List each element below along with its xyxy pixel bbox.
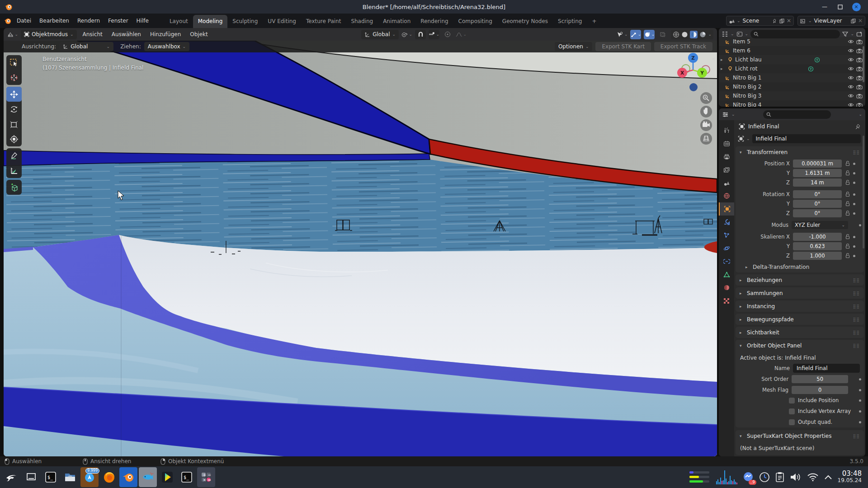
add-workspace-button[interactable]: + [587,15,601,28]
shading-rendered-icon[interactable] [699,31,706,38]
animate-dot[interactable] [853,212,855,215]
outliner-scrollbar[interactable] [863,46,864,82]
drag-dropdown[interactable]: Auswahlbox ⌄ [144,42,189,51]
snap-toggle[interactable] [415,30,426,39]
camera-visibility-icon[interactable] [856,84,863,89]
hide-eye-icon[interactable] [848,103,854,107]
shading-wireframe-icon[interactable] [673,31,679,38]
object-name-field[interactable]: Infield Final [752,134,861,143]
menu-hinzufuegen[interactable]: Hinzufügen [147,31,184,38]
proportional-falloff-dropdown[interactable]: ⌄ [456,30,467,39]
xray-toggle[interactable] [657,30,668,39]
tab-tool[interactable] [719,124,734,137]
animate-dot[interactable] [859,378,861,380]
viewport-3d[interactable]: Z X Y [4,41,717,456]
lock-icon[interactable] [844,211,851,216]
outliner-editor-dropdown[interactable]: ⌄ [731,32,734,36]
outliner-item[interactable]: Nitro Big 1 [719,73,865,82]
animate-dot[interactable] [853,163,855,165]
menu-rendern[interactable]: Rendern [73,18,104,24]
object-id-dropdown[interactable]: ⌄ [746,136,750,141]
proportional-editing-toggle[interactable] [442,30,453,39]
outliner-item[interactable]: Item 5 [719,37,865,46]
animate-dot[interactable] [853,203,855,205]
tab-shading[interactable]: Shading [346,15,378,28]
rotation-mode-dropdown[interactable]: XYZ Euler⌄ [792,221,848,229]
pan-button[interactable] [700,106,712,117]
tool-add-cube[interactable] [6,180,22,195]
taskbar-files[interactable] [61,467,79,487]
hide-eye-icon[interactable] [848,48,854,53]
outliner-display-icon[interactable] [736,31,743,37]
tab-output[interactable] [719,150,734,163]
lock-icon[interactable] [844,170,851,176]
outliner-item[interactable]: ▸ Licht rot [719,64,865,73]
tool-scale[interactable] [6,117,22,131]
object-visibility-dropdown[interactable]: ⌄ [617,30,627,39]
pin-icon[interactable] [855,124,861,130]
outliner-display-dropdown[interactable]: ⌄ [745,32,749,36]
animate-dot[interactable] [853,236,855,238]
tab-texture[interactable] [719,294,734,307]
minimize-button[interactable]: — [820,2,829,11]
outliner-search[interactable] [750,30,840,38]
window-titlebar[interactable]: Blender* [/home/alf/Schreibtisch/Arena32… [0,0,868,14]
animate-dot[interactable] [853,172,855,174]
new-collection-icon[interactable] [856,31,863,37]
menu-hilfe[interactable]: Hilfe [132,18,153,24]
tab-scripting[interactable]: Scripting [553,15,587,28]
lock-icon[interactable] [844,253,851,258]
taskbar-maps[interactable]: 9.999 [80,467,99,487]
rotation-z-field[interactable]: 0° [793,209,842,217]
taskbar-clock[interactable]: 03:48 19.05.24 [838,470,862,484]
expand-chevron-icon[interactable]: ▸ [721,66,725,71]
tab-uv-editing[interactable]: UV Editing [263,15,301,28]
taskbar-blender-active[interactable] [119,467,137,487]
volume-icon[interactable] [790,472,802,482]
tab-sculpting[interactable]: Sculpting [227,15,263,28]
camera-visibility-icon[interactable] [856,103,863,107]
tool-select-box[interactable] [6,55,22,70]
include-vertex-array-checkbox[interactable] [789,408,795,414]
lock-icon[interactable] [844,161,851,166]
animate-dot[interactable] [853,182,855,184]
blender-menu-icon[interactable] [4,17,12,25]
system-monitor-icon[interactable] [689,470,710,484]
lock-icon[interactable] [844,180,851,185]
tab-texture-paint[interactable]: Texture Paint [301,15,346,28]
viewlayer-selector[interactable]: ⌄ ViewLayer ✕ [797,16,865,26]
camera-visibility-icon[interactable] [856,66,863,71]
tray-messenger[interactable]: ..9 [743,471,754,483]
properties-scrollbar[interactable] [863,136,864,249]
lock-icon[interactable] [844,234,851,239]
tab-layout[interactable]: Layout [165,15,193,28]
hide-eye-icon[interactable] [848,84,854,89]
animate-dot[interactable] [853,245,855,248]
animate-dot[interactable] [859,399,861,402]
panel-sammlungen[interactable]: ▸Sammlungen⣿⣿ [736,287,864,299]
tool-cursor[interactable] [6,70,22,85]
taskbar-show-desktop[interactable] [22,467,40,487]
zoom-button[interactable] [700,92,712,104]
taskbar-calculator[interactable]: +−×= [197,467,215,487]
scale-y-field[interactable]: 0.623 [793,242,842,250]
position-x-field[interactable]: 0.000031 m [793,160,842,168]
taskbar-bluefish[interactable] [139,467,157,487]
export-stk-kart-button[interactable]: Export STK Kart [595,42,651,51]
outliner-item[interactable]: Item 6 [719,46,865,55]
include-position-checkbox[interactable] [789,398,795,404]
export-stk-track-button[interactable]: Export STK Track [654,42,712,51]
output-quad-checkbox[interactable] [789,419,795,425]
camera-visibility-icon[interactable] [856,39,863,44]
new-scene-icon[interactable] [779,19,784,23]
camera-visibility-icon[interactable] [856,94,863,99]
tab-geometry-nodes[interactable]: Geometry Nodes [497,15,553,28]
tab-modifiers[interactable] [719,216,734,229]
taskbar-kali-menu[interactable] [3,467,21,487]
tab-physics[interactable] [719,242,734,255]
tab-world[interactable] [719,189,734,202]
tab-rendering[interactable]: Rendering [415,15,453,28]
unlink-scene-icon[interactable]: ✕ [787,18,791,24]
sort-order-field[interactable]: 50 [792,375,848,383]
taskbar-terminal-1[interactable]: $_ [42,467,60,487]
